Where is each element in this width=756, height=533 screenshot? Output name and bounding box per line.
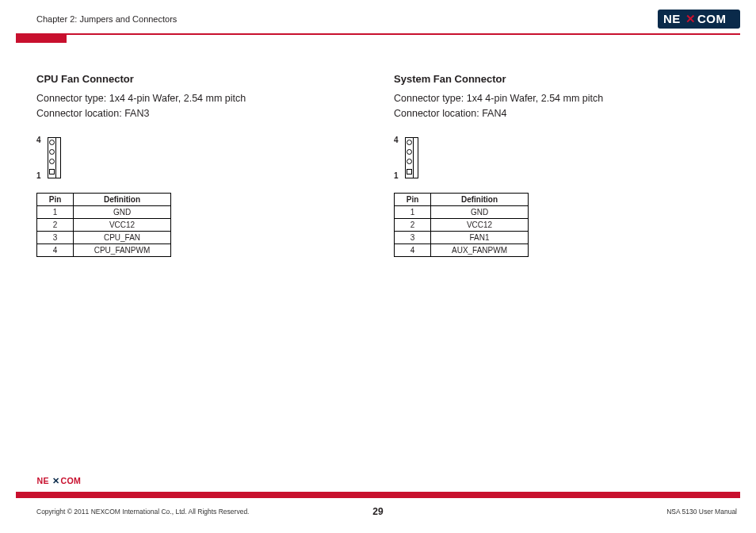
connector-diagram: 4 1 <box>36 136 384 180</box>
cell-pin: 3 <box>37 231 74 243</box>
spec-text: Connector type: 1x4 4-pin Wafer, 2.54 mm… <box>394 91 732 121</box>
col-pin: Pin <box>395 193 431 205</box>
pin-label-bottom: 1 <box>394 171 399 180</box>
pin-table: Pin Definition 1GND 2VCC12 3FAN1 4AUX_FA… <box>394 193 529 257</box>
table-row: 1GND <box>37 205 171 218</box>
section-heading: CPU Fan Connector <box>36 73 384 85</box>
brand-logo-bottom: NE ✕ COM <box>36 475 89 490</box>
brand-logo-top: NE ✕ COM <box>658 10 740 32</box>
svg-text:✕: ✕ <box>52 476 59 485</box>
spec-text: Connector type: 1x4 4-pin Wafer, 2.54 mm… <box>36 91 384 121</box>
svg-text:NE: NE <box>663 12 681 25</box>
table-row: 1GND <box>395 205 529 218</box>
header-tab-accent <box>63 35 67 43</box>
header-tab <box>16 35 63 43</box>
col-pin: Pin <box>37 193 74 205</box>
cell-pin: 1 <box>37 205 74 218</box>
svg-text:COM: COM <box>697 12 727 25</box>
nexcom-logo-icon: NE ✕ COM <box>658 10 740 29</box>
pin-label-bottom: 1 <box>36 171 41 180</box>
nexcom-logo-icon: NE ✕ COM <box>36 475 89 487</box>
table-row: 4AUX_FANPWM <box>395 243 529 256</box>
cpu-fan-section: CPU Fan Connector Connector type: 1x4 4-… <box>36 73 384 257</box>
cell-def: GND <box>74 205 171 218</box>
cell-def: VCC12 <box>74 218 171 231</box>
table-row: 2VCC12 <box>395 218 529 231</box>
col-definition: Definition <box>431 193 529 205</box>
header-rule <box>16 33 740 35</box>
pin-table: Pin Definition 1GND 2VCC12 3CPU_FAN 4CPU… <box>36 193 171 257</box>
spec-line: Connector type: 1x4 4-pin Wafer, 2.54 mm… <box>36 93 246 104</box>
cell-def: GND <box>431 205 529 218</box>
pin-label-top: 4 <box>394 136 399 144</box>
cell-pin: 2 <box>395 218 431 231</box>
spec-line: Connector location: FAN4 <box>394 108 506 119</box>
cell-pin: 1 <box>395 205 431 218</box>
chapter-title: Chapter 2: Jumpers and Connectors <box>36 14 740 24</box>
cell-pin: 3 <box>395 231 431 243</box>
connector-diagram: 4 1 <box>394 136 732 180</box>
table-row: 3CPU_FAN <box>37 231 171 243</box>
wafer-icon <box>48 137 67 178</box>
spec-line: Connector type: 1x4 4-pin Wafer, 2.54 mm… <box>394 93 603 104</box>
manual-name: NSA 5130 User Manual <box>666 508 737 516</box>
svg-text:NE: NE <box>37 476 49 485</box>
page-number: 29 <box>0 506 756 517</box>
table-row: 2VCC12 <box>37 218 171 231</box>
svg-text:✕: ✕ <box>685 12 696 25</box>
footer-rule <box>16 492 740 498</box>
wafer-icon <box>405 137 424 178</box>
svg-text:COM: COM <box>61 476 82 485</box>
cell-def: VCC12 <box>431 218 529 231</box>
spec-line: Connector location: FAN3 <box>36 108 149 119</box>
cell-def: AUX_FANPWM <box>431 243 529 256</box>
cell-def: CPU_FAN <box>74 231 171 243</box>
cell-pin: 4 <box>37 243 74 256</box>
system-fan-section: System Fan Connector Connector type: 1x4… <box>384 73 732 257</box>
cell-pin: 2 <box>37 218 74 231</box>
col-definition: Definition <box>74 193 171 205</box>
table-row: 3FAN1 <box>395 231 529 243</box>
section-heading: System Fan Connector <box>394 73 732 85</box>
cell-def: FAN1 <box>431 231 529 243</box>
cell-def: CPU_FANPWM <box>74 243 171 256</box>
pin-label-top: 4 <box>36 136 41 144</box>
table-row: 4CPU_FANPWM <box>37 243 171 256</box>
cell-pin: 4 <box>395 243 431 256</box>
